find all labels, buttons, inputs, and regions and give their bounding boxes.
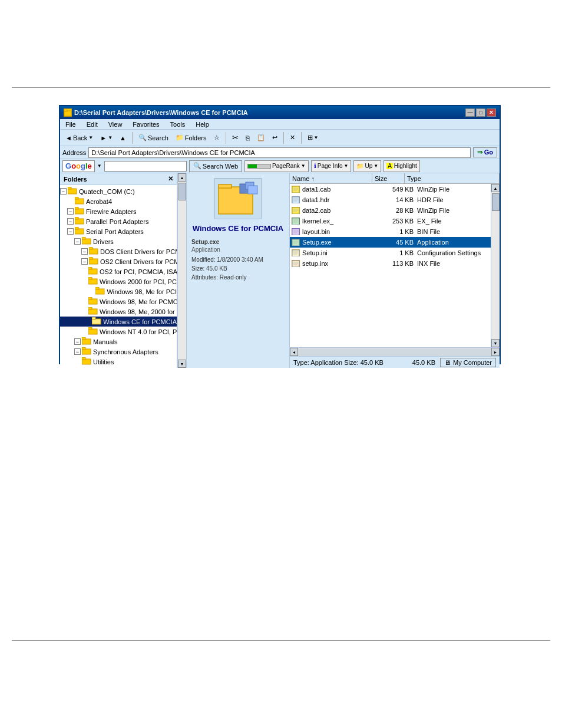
svg-rect-39: [219, 185, 232, 188]
col-header-type[interactable]: Type: [405, 173, 500, 183]
file-row[interactable]: Setup.exe45 KBApplication: [290, 237, 491, 248]
file-name: setup.inx: [302, 260, 385, 267]
tree-item-10[interactable]: Windows 2000 for PCI, PCMCIA, ISA: [60, 276, 177, 286]
menu-view[interactable]: View: [107, 121, 124, 128]
delete-button[interactable]: ✕: [287, 132, 298, 143]
tree-item-1[interactable]: −Quatech_COM (C:): [60, 186, 177, 196]
menu-edit[interactable]: Edit: [85, 121, 100, 128]
file-icon: [291, 259, 300, 268]
tree-expand-btn[interactable]: −: [74, 238, 81, 245]
google-logo[interactable]: Google: [62, 160, 95, 172]
address-input[interactable]: [88, 147, 470, 158]
file-row[interactable]: lkernel.ex_253 KBEX_ File: [290, 216, 491, 226]
tree-item-8[interactable]: −OS2 Client Drivers for PCMCIA: [60, 256, 177, 266]
col-header-size[interactable]: Size: [372, 173, 405, 183]
paste-button[interactable]: 📋: [254, 132, 268, 143]
menu-bar: File Edit View Favorites Tools Help: [60, 119, 500, 130]
file-row[interactable]: layout.bin1 KBBIN File: [290, 226, 491, 237]
files-hscrollbar[interactable]: ◄ ►: [290, 347, 500, 356]
up-folder-button[interactable]: 📁 Up ▼: [353, 160, 381, 172]
undo-button[interactable]: ↩: [269, 132, 280, 143]
file-name: layout.bin: [302, 228, 385, 235]
svg-rect-59: [292, 229, 299, 235]
tree-expand-btn[interactable]: −: [67, 218, 74, 225]
tree-expand-btn[interactable]: −: [74, 348, 81, 355]
tree-item-11[interactable]: Windows 98, Me for PCI: [60, 286, 177, 297]
files-scroll-thumb[interactable]: [492, 193, 500, 211]
tree-expand-btn[interactable]: −: [81, 258, 88, 265]
minimize-button[interactable]: —: [465, 108, 475, 117]
tree-expand-btn[interactable]: −: [81, 248, 88, 255]
up-dropdown-icon: ▼: [373, 163, 378, 169]
col-header-name[interactable]: Name ↑: [290, 173, 372, 183]
google-search-input[interactable]: [104, 161, 187, 172]
files-hscroll-track[interactable]: [298, 348, 491, 356]
up-button[interactable]: ▲: [117, 133, 129, 143]
forward-button[interactable]: ► ▼: [97, 133, 115, 143]
back-button[interactable]: ◄ Back ▼: [62, 133, 96, 143]
file-type: Application: [417, 239, 490, 246]
close-button[interactable]: ✕: [487, 108, 496, 117]
file-row[interactable]: data1.cab549 KBWinZip File: [290, 184, 491, 195]
my-computer-button[interactable]: 🖥 My Computer: [440, 358, 496, 367]
folders-button[interactable]: 📁 Folders: [173, 132, 210, 143]
tree-item-6[interactable]: −Drivers: [60, 236, 177, 246]
delete-icon: ✕: [290, 134, 295, 141]
file-row[interactable]: setup.inx113 KBINX File: [290, 258, 491, 269]
folders-scroll-thumb[interactable]: [178, 183, 186, 200]
tree-expand-btn[interactable]: −: [60, 188, 67, 195]
tree-item-2[interactable]: Acrobat4: [60, 196, 177, 206]
tree-item-13[interactable]: Windows 98, Me, 2000 for USB: [60, 307, 177, 317]
files-scrollbar[interactable]: ▲ ▼: [491, 184, 500, 347]
tree-item-18[interactable]: Utilities: [60, 357, 177, 367]
cut-button[interactable]: ✂: [229, 131, 242, 144]
views-dropdown-icon: ▼: [314, 135, 319, 140]
menu-file[interactable]: File: [64, 121, 78, 128]
forward-arrow-icon: ►: [100, 134, 107, 141]
tree-item-12[interactable]: Windows 98, Me for PCMCIA: [60, 297, 177, 307]
file-size: 45 KB: [385, 239, 417, 246]
highlight-button[interactable]: A Highlight: [384, 160, 420, 172]
menu-favorites[interactable]: Favorites: [131, 121, 161, 128]
highlight-label: Highlight: [394, 163, 417, 169]
folders-scroll-down[interactable]: ▼: [178, 360, 186, 368]
folders-scrollbar[interactable]: ▲ ▼: [177, 173, 186, 368]
tree-expand-btn[interactable]: −: [67, 228, 74, 235]
menu-help[interactable]: Help: [194, 121, 211, 128]
tree-item-7[interactable]: −DOS Client Drivers for PCMCIA: [60, 246, 177, 256]
file-row[interactable]: data2.cab28 KBWinZip File: [290, 205, 491, 216]
file-row[interactable]: Setup.ini1 KBConfiguration Settings: [290, 248, 491, 258]
copy-button[interactable]: ⎘: [243, 133, 253, 143]
tree-item-5[interactable]: −Serial Port Adapters: [60, 226, 177, 236]
tree-item-9[interactable]: OS2 for PCI, PCMCIA, ISA: [60, 266, 177, 276]
search-button[interactable]: 🔍 Search: [135, 132, 171, 143]
tree-item-15[interactable]: Windows NT 4.0 for PCI, PCMCIA, ISA: [60, 327, 177, 337]
tree-expand-btn[interactable]: −: [67, 208, 74, 215]
file-size: 113 KB: [385, 260, 417, 267]
files-hscroll-left[interactable]: ◄: [290, 348, 298, 356]
go-button[interactable]: ⇒ Go: [473, 147, 497, 157]
up-folder-icon: 📁: [356, 163, 363, 169]
file-row[interactable]: data1.hdr14 KBHDR File: [290, 195, 491, 205]
files-scroll-up[interactable]: ▲: [491, 184, 500, 192]
tree-item-14[interactable]: Windows CE for PCMCIA: [60, 317, 177, 327]
files-hscroll-right[interactable]: ►: [491, 348, 500, 356]
tree-item-16[interactable]: −Manuals: [60, 337, 177, 347]
search-web-button[interactable]: 🔍 Search Web: [189, 160, 242, 172]
menu-tools[interactable]: Tools: [168, 121, 187, 128]
pagerank-button[interactable]: PageRank ▼: [244, 160, 309, 172]
files-scroll-down[interactable]: ▼: [491, 339, 500, 347]
folders-close-button[interactable]: ✕: [168, 175, 173, 183]
history-button[interactable]: ☆: [211, 132, 223, 143]
tree-item-label: Manuals: [93, 338, 118, 345]
page-info-button[interactable]: ℹ Page Info ▼: [311, 160, 352, 172]
folders-scroll-up[interactable]: ▲: [178, 173, 186, 182]
tree-item-17[interactable]: −Synchronous Adapters: [60, 347, 177, 357]
tree-expand-btn[interactable]: −: [74, 338, 81, 345]
tree-folder-icon: [92, 317, 101, 326]
views-button[interactable]: ⊞ ▼: [305, 132, 322, 143]
tree-item-4[interactable]: −Parallel Port Adapters: [60, 216, 177, 226]
files-list: data1.cab549 KBWinZip File data1.hdr14 K…: [290, 184, 491, 347]
maximize-button[interactable]: □: [476, 108, 485, 117]
tree-item-3[interactable]: −Firewire Adapters: [60, 206, 177, 216]
